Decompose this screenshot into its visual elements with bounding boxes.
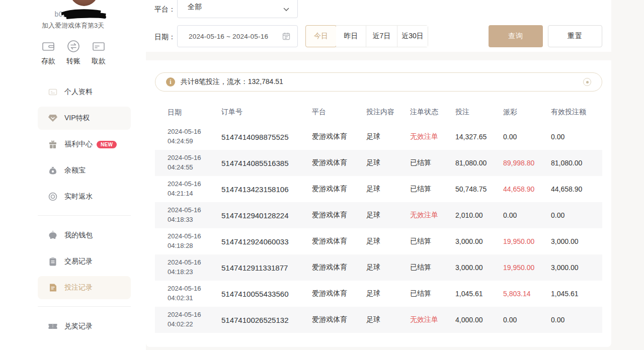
cell-bet: 1,045.61 bbox=[455, 290, 503, 298]
table-row[interactable]: 2024-05-1604:02:22 5147410026525132 爱游戏体… bbox=[155, 307, 602, 333]
table-row[interactable]: 2024-05-1604:24:59 5147414098875525 爱游戏体… bbox=[155, 124, 602, 150]
header-date: 日期 bbox=[155, 107, 221, 117]
query-button[interactable]: 查询 bbox=[489, 25, 543, 47]
bet-records-table: 日期 订单号 平台 投注内容 注单状态 投注 派彩 有效投注额 2024-05-… bbox=[155, 101, 602, 333]
cell-payout: 89,998.80 bbox=[503, 159, 551, 167]
cell-platform: 爱游戏体育 bbox=[312, 185, 366, 194]
range-yesterday-button[interactable]: 昨日 bbox=[336, 26, 366, 47]
summary-text: 共计8笔投注，流水：132,784.51 bbox=[181, 77, 283, 86]
money-bag-icon bbox=[48, 165, 58, 176]
quick-actions: 存款 转账 取款 bbox=[0, 39, 146, 66]
reset-button[interactable]: 重置 bbox=[548, 25, 602, 47]
piggy-bank-icon bbox=[48, 230, 58, 240]
cell-status: 已结算 bbox=[410, 158, 455, 167]
cell-content: 足球 bbox=[366, 315, 410, 324]
cell-payout: 19,950.00 bbox=[503, 264, 551, 272]
cell-bet: 50,748.75 bbox=[455, 185, 503, 193]
sidebar-item-rebate[interactable]: 实时返水 bbox=[38, 185, 131, 208]
bet-record-icon bbox=[48, 283, 58, 293]
cell-valid: 44,658.90 bbox=[551, 185, 602, 193]
transfer-icon bbox=[66, 39, 80, 53]
withdraw-button[interactable]: 取款 bbox=[92, 39, 106, 66]
header-order: 订单号 bbox=[221, 108, 312, 117]
cell-content: 足球 bbox=[366, 263, 410, 272]
platform-select[interactable]: 全部 bbox=[177, 0, 298, 18]
cell-order: 5147414085516385 bbox=[221, 159, 312, 167]
cell-date: 2024-05-1604:24:55 bbox=[155, 153, 221, 172]
sidebar-item-yuebao[interactable]: 余额宝 bbox=[38, 159, 131, 182]
cell-status: 无效注单 bbox=[410, 211, 455, 220]
cell-date: 2024-05-1604:18:33 bbox=[155, 206, 221, 225]
date-quick-range-group: 今日 昨日 近7日 近30日 bbox=[305, 25, 428, 47]
calendar-icon bbox=[282, 32, 290, 42]
cell-content: 足球 bbox=[366, 185, 410, 194]
header-bet: 投注 bbox=[455, 108, 503, 117]
sidebar-item-profile[interactable]: 个人资料 bbox=[38, 80, 131, 104]
new-badge: NEW bbox=[97, 141, 117, 148]
range-7days-button[interactable]: 近7日 bbox=[366, 26, 397, 47]
clipboard-icon bbox=[48, 256, 58, 267]
join-days-text: 加入爱游戏体育第3天 bbox=[0, 21, 146, 30]
header-valid: 有效投注额 bbox=[551, 108, 602, 117]
summary-bar: i 共计8笔投注，流水：132,784.51 bbox=[155, 72, 602, 92]
rebate-circle-icon bbox=[48, 192, 58, 202]
ticket-icon bbox=[48, 321, 58, 331]
sidebar-item-wallet[interactable]: 我的钱包 bbox=[38, 224, 131, 247]
cell-status: 无效注单 bbox=[410, 315, 455, 324]
cell-valid: 0.00 bbox=[551, 133, 602, 141]
cell-valid: 1,045.61 bbox=[551, 290, 602, 298]
cell-platform: 爱游戏体育 bbox=[312, 315, 366, 324]
header-platform: 平台 bbox=[312, 108, 366, 117]
cell-platform: 爱游戏体育 bbox=[312, 211, 366, 220]
transfer-button[interactable]: 转账 bbox=[66, 39, 80, 66]
sidebar-item-bet-records[interactable]: 投注记录 bbox=[38, 276, 131, 299]
table-row[interactable]: 2024-05-1604:18:28 5147412924060033 爱游戏体… bbox=[155, 228, 602, 254]
withdraw-card-icon bbox=[92, 39, 106, 53]
table-row[interactable]: 2024-05-1604:18:23 5147412911331877 爱游戏体… bbox=[155, 254, 602, 281]
cell-platform: 爱游戏体育 bbox=[312, 263, 366, 272]
sidebar-menu: 个人资料 VIP特权 福利中心 NEW bbox=[38, 80, 131, 341]
table-row[interactable]: 2024-05-1604:02:31 5147410055433560 爱游戏体… bbox=[155, 281, 602, 307]
sidebar-item-redeem[interactable]: 兑奖记录 bbox=[38, 315, 131, 338]
menu-divider bbox=[38, 215, 131, 216]
circled-dot-icon[interactable] bbox=[583, 78, 591, 86]
id-card-icon bbox=[48, 87, 58, 97]
cell-bet: 2,010.00 bbox=[455, 211, 503, 219]
cell-order: 5147410026525132 bbox=[221, 316, 312, 324]
sidebar-item-welfare[interactable]: 福利中心 NEW bbox=[38, 133, 131, 156]
cell-content: 足球 bbox=[366, 289, 410, 298]
cell-date: 2024-05-1604:18:28 bbox=[155, 232, 221, 251]
cell-order: 5147412911331877 bbox=[221, 264, 312, 272]
sidebar-item-vip[interactable]: VIP特权 bbox=[38, 107, 131, 130]
table-row[interactable]: 2024-05-1604:18:33 5147412940128224 爱游戏体… bbox=[155, 202, 602, 228]
cell-content: 足球 bbox=[366, 211, 410, 220]
cell-payout: 0.00 bbox=[503, 133, 551, 141]
cell-payout: 5,803.14 bbox=[503, 290, 551, 298]
range-today-button[interactable]: 今日 bbox=[305, 25, 337, 47]
cell-valid: 3,000.00 bbox=[551, 264, 602, 272]
range-30days-button[interactable]: 近30日 bbox=[397, 26, 428, 47]
deposit-button[interactable]: 存款 bbox=[41, 39, 55, 66]
sidebar: b0z VIP 0 加入爱游戏体育第3天 存款 转账 bbox=[0, 0, 146, 350]
cell-status: 已结算 bbox=[410, 289, 455, 298]
cell-platform: 爱游戏体育 bbox=[312, 289, 366, 298]
cell-platform: 爱游戏体育 bbox=[312, 132, 366, 141]
cell-order: 5147410055433560 bbox=[221, 290, 312, 298]
avatar[interactable] bbox=[70, 0, 98, 6]
bet-records-panel: i 共计8笔投注，流水：132,784.51 日期 订单号 平台 投注内容 注单… bbox=[146, 60, 611, 347]
header-content: 投注内容 bbox=[366, 108, 410, 117]
cell-order: 5147413423158106 bbox=[221, 185, 312, 194]
vip-diamond-icon bbox=[48, 113, 58, 123]
cell-date: 2024-05-1604:24:59 bbox=[155, 127, 221, 146]
cell-content: 足球 bbox=[366, 132, 410, 141]
chevron-down-icon bbox=[283, 5, 289, 14]
cell-valid: 81,080.00 bbox=[551, 159, 602, 167]
table-row[interactable]: 2024-05-1604:24:55 5147414085516385 爱游戏体… bbox=[155, 150, 602, 176]
cell-order: 5147414098875525 bbox=[221, 133, 312, 141]
date-range-input[interactable]: 2024-05-16 ~ 2024-05-16 bbox=[177, 25, 298, 47]
sidebar-item-transactions[interactable]: 交易记录 bbox=[38, 250, 131, 273]
cell-payout: 0.00 bbox=[503, 211, 551, 219]
vip-level-badge: VIP 0 bbox=[70, 11, 92, 18]
table-row[interactable]: 2024-05-1604:21:14 5147413423158106 爱游戏体… bbox=[155, 176, 602, 202]
cell-bet: 3,000.00 bbox=[455, 237, 503, 245]
